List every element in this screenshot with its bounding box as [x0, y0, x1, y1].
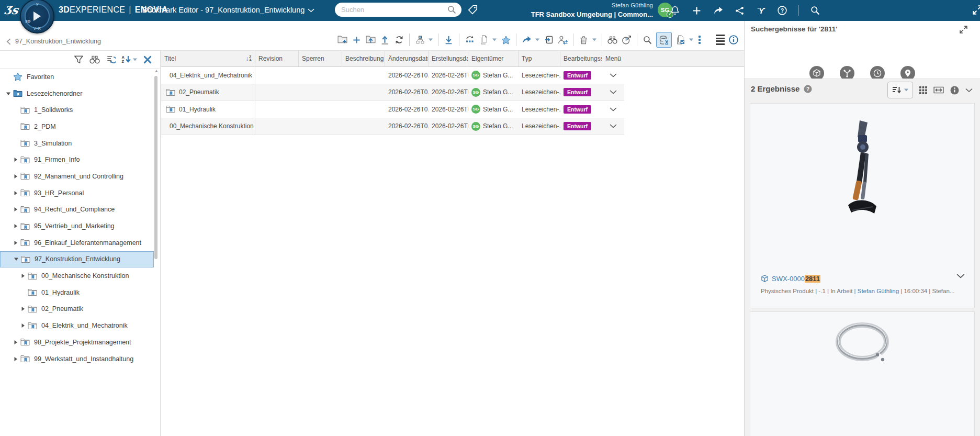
column-typ[interactable]: Typ [519, 51, 560, 66]
expand-icon[interactable] [12, 356, 20, 362]
expand-icon[interactable] [12, 340, 20, 345]
table-row[interactable]: 00_Mechanische Konstruktion 2026-02-26T0… [161, 118, 624, 136]
favorite-star-icon[interactable] [500, 34, 511, 46]
collaboration-y-icon[interactable]: ϓ [756, 5, 766, 16]
sidebar-item-94-recht-compliance[interactable]: 94_Recht_und_Compliance [0, 202, 154, 218]
search-in-table-icon[interactable] [642, 34, 653, 46]
sort-az-caret[interactable] [133, 58, 137, 61]
app-title-menu[interactable]: Bookmark Editor - 97_Konstruktion_Entwic… [142, 6, 314, 14]
sort-az-icon[interactable]: AZ [122, 55, 137, 63]
export-table-caret[interactable] [689, 38, 694, 41]
sidebar-item-93-hr-personal[interactable]: 93_HR_Personal [0, 185, 154, 202]
expand-all-icon[interactable] [106, 55, 116, 64]
sidebar-item-favoriten[interactable]: Favoriten [0, 69, 154, 85]
column-menu[interactable]: Menü [602, 51, 624, 66]
add-existing-icon[interactable] [351, 34, 362, 46]
sidebar-item-00-mechanische-konstruktion[interactable]: 00_Mechanische Konstruktion [0, 267, 154, 284]
sidebar-item-2-pdm[interactable]: 2_PDM [0, 118, 154, 135]
table-row[interactable]: 04_Elektrik_und_Mechatronik 2026-02-26T0… [161, 67, 624, 84]
info-icon[interactable] [728, 34, 739, 46]
share-icon[interactable] [521, 34, 532, 46]
column-aenderungsdatum[interactable]: Änderungsdatum [385, 51, 429, 66]
results-sort-button[interactable] [887, 82, 913, 98]
search-result-card[interactable] [750, 311, 975, 436]
share-network-icon[interactable] [734, 5, 745, 16]
filter-funnel-icon[interactable] [74, 55, 83, 64]
sidebar-item-92-management-controlling[interactable]: 92_Manament_und Controlling [0, 168, 154, 185]
row-menu-chevron-icon[interactable] [610, 73, 617, 77]
sidebar-item-02-pneumatik[interactable]: 02_Pneumatik [0, 301, 154, 318]
sidebar-item-1-solidworks[interactable]: 1_Solidworks [0, 102, 154, 118]
column-bearbeitungsstatus[interactable]: Bearbeitungss.. [560, 51, 602, 66]
sidebar-item-96-einkauf[interactable]: 96_Einkauf_Lieferantenmanagement [0, 234, 154, 251]
expand-icon[interactable] [19, 306, 27, 311]
load-status-icon[interactable] [656, 32, 672, 48]
fit-width-icon[interactable] [933, 86, 944, 94]
list-view-icon[interactable] [716, 35, 725, 45]
scrollbar-thumb[interactable] [154, 76, 157, 259]
notifications-bell-icon[interactable] [670, 5, 680, 16]
delete-caret[interactable] [592, 38, 597, 41]
column-sort-icon[interactable]: ↓ZA [245, 55, 252, 62]
change-owner-icon[interactable] [557, 34, 568, 46]
close-panel-icon[interactable] [143, 55, 152, 64]
tag-icon[interactable] [468, 5, 478, 15]
row-menu-chevron-icon[interactable] [610, 90, 617, 94]
result-thumbnail-robot-leg[interactable] [750, 118, 974, 221]
expand-icon[interactable] [12, 174, 20, 179]
expand-icon[interactable] [12, 157, 20, 162]
platform-search-icon[interactable] [810, 5, 820, 16]
expand-icon[interactable] [12, 223, 20, 229]
result-link[interactable]: SWX-00002811 [772, 275, 820, 283]
sidebar-item-99-werkstatt[interactable]: 99_Werkstatt_und_Instandhaltung [0, 351, 154, 367]
expand-icon[interactable] [12, 191, 20, 196]
export-report-icon[interactable] [621, 34, 632, 46]
column-revision[interactable]: Revision [255, 51, 299, 66]
back-icon[interactable] [6, 38, 11, 45]
expand-panel-icon[interactable] [960, 26, 967, 33]
share-caret[interactable] [535, 38, 540, 41]
search-result-card[interactable]: SWX-00002811 Physisches Produkt | -.1 | … [750, 103, 975, 308]
open-structure-icon[interactable] [414, 34, 425, 46]
sidebar-item-95-vertrieb-marketing[interactable]: 95_Vertrieb_und_Marketing [0, 218, 154, 234]
delete-icon[interactable] [578, 34, 589, 46]
search-icon[interactable] [447, 5, 456, 14]
sidebar-item-04-elektrik-mechatronik[interactable]: 04_Elektrik_und_Mechatronik [0, 317, 154, 334]
share-arrow-icon[interactable] [713, 5, 723, 16]
help-icon[interactable] [777, 5, 787, 16]
download-icon[interactable] [443, 34, 454, 46]
results-help-icon[interactable] [804, 85, 812, 93]
collapse-icon[interactable] [4, 91, 13, 96]
copy-icon[interactable] [478, 34, 489, 46]
panel-collapse-icon[interactable] [973, 5, 980, 16]
row-menu-chevron-icon[interactable] [610, 107, 617, 111]
sync-link-icon[interactable] [393, 34, 404, 46]
result-info-icon[interactable] [950, 86, 959, 95]
sidebar-item-01-hydraulik[interactable]: 01_Hydraulik [0, 284, 154, 301]
user-context[interactable]: Stefan Güthling TFR Sandbox Umgebung | C… [531, 2, 653, 19]
expand-icon[interactable] [12, 240, 20, 245]
scroll-up-arrow[interactable]: ▲ [154, 69, 159, 74]
column-erstellungsdatum[interactable]: Erstellungsdat... [429, 51, 468, 66]
column-eigentuemer[interactable]: Eigentümer [468, 51, 519, 66]
column-beschreibung[interactable]: Beschreibung [342, 51, 385, 66]
expand-icon[interactable] [19, 323, 27, 328]
column-sperren[interactable]: Sperren [299, 51, 342, 66]
batch-process-icon[interactable] [464, 34, 475, 46]
collapse-icon[interactable] [12, 256, 20, 262]
search-input[interactable] [340, 5, 447, 14]
upload-icon[interactable] [379, 34, 390, 46]
move-to-folder-icon[interactable] [365, 34, 376, 46]
sidebar-item-97-konstruktion-entwicklung[interactable]: 97_Konstruktion_Entwicklung [0, 251, 154, 268]
3dexperience-compass[interactable]: ʏ 3D V+R [20, 0, 54, 33]
expand-icon[interactable] [19, 273, 27, 278]
add-content-icon[interactable] [691, 5, 702, 16]
open-structure-caret[interactable] [429, 38, 433, 41]
collapse-results-icon[interactable] [965, 88, 973, 93]
copy-caret[interactable] [492, 38, 497, 41]
table-row[interactable]: 01_Hydraulik 2026-02-26T0... 2026-02-26T… [161, 101, 624, 118]
expand-icon[interactable] [12, 207, 20, 212]
owner-link[interactable]: Stefan Güthling [858, 288, 899, 294]
find-in-list-icon[interactable] [607, 34, 618, 46]
result-thumbnail-retaining-ring[interactable] [750, 318, 974, 366]
